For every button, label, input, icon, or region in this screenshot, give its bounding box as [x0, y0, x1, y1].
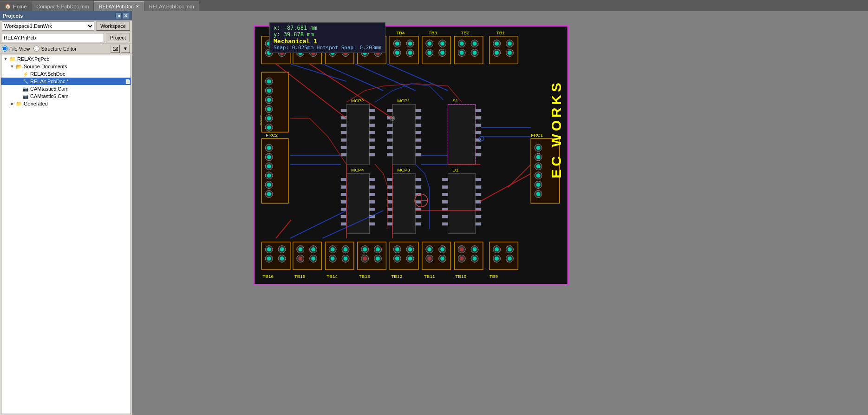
svg-rect-242: [476, 138, 481, 141]
relay-prjpcb-label: RELAY.PrjPcb: [17, 56, 49, 62]
svg-point-145: [460, 248, 463, 251]
svg-rect-262: [392, 174, 416, 234]
svg-rect-36: [358, 36, 386, 64]
svg-rect-247: [341, 178, 346, 181]
tab-relay-pcbdoc[interactable]: RELAY.PcbDoc ✕: [94, 1, 144, 11]
radio-row: File View Structure Editor 🖂 ▼: [0, 44, 132, 54]
svg-point-111: [331, 257, 334, 260]
svg-point-196: [267, 98, 271, 102]
tree-item-camtastic5[interactable]: 📷 CAMtastic5.Cam: [1, 85, 131, 92]
svg-text:TB15: TB15: [294, 274, 306, 279]
svg-rect-214: [370, 124, 375, 126]
tree-item-relay-pcbdoc[interactable]: 🔧 RELAY.PcbDoc * 📄: [1, 78, 131, 85]
tab-relay-pcbdoc2[interactable]: RELAY.PcbDoc.mm: [144, 1, 199, 11]
expander-relay-prjpcb[interactable]: ▼: [2, 56, 9, 62]
svg-point-127: [395, 248, 399, 251]
svg-point-124: [376, 257, 380, 260]
svg-rect-244: [476, 153, 481, 156]
svg-point-154: [495, 248, 499, 251]
expander-generated[interactable]: ▶: [9, 100, 15, 107]
svg-point-13: [267, 51, 271, 55]
tab-compact[interactable]: Compact5.PcbDoc.mm: [32, 1, 94, 11]
expander-source-docs[interactable]: ▼: [9, 63, 15, 70]
svg-point-95: [280, 248, 284, 251]
svg-rect-249: [341, 193, 346, 196]
tree-item-source-docs[interactable]: ▼ 📂 Source Documents: [1, 63, 131, 70]
pcb-board[interactable]: TB8 TB7 TB6 TB5 TB4 TB3 TB2 TB1: [253, 25, 569, 285]
svg-rect-207: [341, 124, 346, 126]
radio-structure-editor[interactable]: Structure Editor: [33, 46, 76, 52]
svg-rect-248: [341, 186, 346, 189]
svg-text:TB1: TB1: [496, 30, 505, 35]
panel-icon-btn-1[interactable]: 🖂: [111, 45, 120, 53]
svg-point-78: [508, 42, 512, 46]
svg-point-38: [363, 42, 367, 46]
svg-rect-72: [489, 36, 518, 64]
svg-point-186: [536, 183, 540, 187]
icon-buttons-row: 🖂 ▼: [111, 45, 130, 53]
svg-text:TB4: TB4: [396, 30, 405, 35]
svg-point-133: [408, 257, 412, 260]
tree-item-relay-prjpcb[interactable]: ▼ 📁 RELAY.PrjPcb: [1, 55, 131, 63]
tree-item-camtastic6[interactable]: 📷 CAMtastic6.Cam: [1, 92, 131, 100]
tab-relay-label: RELAY.PcbDoc: [98, 4, 133, 9]
svg-rect-216: [370, 138, 375, 141]
svg-point-182: [536, 165, 540, 168]
tab-compact-label: Compact5.PcbDoc.mm: [36, 4, 89, 9]
svg-point-31: [331, 51, 334, 55]
svg-text:TB11: TB11: [424, 274, 435, 279]
svg-rect-283: [443, 186, 448, 189]
project-input[interactable]: [2, 33, 104, 42]
svg-point-122: [376, 248, 380, 251]
source-docs-label: Source Documents: [24, 64, 67, 69]
workspace-select[interactable]: Workspace1.DsnWrk: [2, 21, 94, 31]
panel-header-buttons: ◂ ✕: [115, 13, 129, 19]
svg-rect-231: [416, 131, 421, 134]
project-tree[interactable]: ▼ 📁 RELAY.PrjPcb ▼ 📂 Source Documents ⚡ …: [1, 55, 131, 414]
svg-rect-276: [416, 223, 421, 225]
svg-point-170: [267, 174, 271, 178]
tab-home[interactable]: 🏠 Home: [0, 1, 32, 11]
svg-point-109: [331, 248, 334, 251]
svg-rect-271: [416, 186, 421, 189]
svg-text:TB13: TB13: [359, 274, 370, 279]
pcbdoc-icon: 🔧: [22, 78, 29, 85]
canvas-area[interactable]: x: -87.681 mm y: 39.878 mm Mechanical 1 …: [132, 11, 868, 415]
svg-rect-152: [489, 242, 518, 270]
tree-item-generated[interactable]: ▶ 📁 Generated: [1, 100, 131, 107]
svg-point-91: [267, 248, 271, 251]
svg-point-56: [428, 42, 431, 46]
svg-rect-257: [370, 200, 375, 203]
svg-rect-263: [387, 178, 392, 181]
svg-point-138: [428, 257, 431, 260]
tree-item-relay-schdoc[interactable]: ⚡ RELAY.SchDoc: [1, 70, 131, 78]
panel-pin-button[interactable]: ◂: [115, 13, 122, 19]
radio-file-view[interactable]: File View: [2, 46, 30, 52]
svg-rect-226: [387, 146, 392, 149]
svg-point-15: [280, 42, 284, 46]
project-icon: 📁: [9, 56, 16, 62]
workspace-row: Workspace1.DsnWrk Workspace: [0, 20, 132, 32]
workspace-button[interactable]: Workspace: [96, 21, 130, 31]
svg-point-97: [280, 257, 284, 260]
svg-rect-221: [387, 109, 392, 112]
project-button[interactable]: Project: [106, 33, 130, 42]
svg-rect-225: [387, 138, 392, 141]
svg-point-40: [363, 51, 367, 55]
svg-point-168: [267, 165, 271, 168]
svg-point-35: [344, 51, 347, 55]
svg-point-93: [267, 257, 271, 260]
panel-close-button[interactable]: ✕: [123, 13, 129, 19]
svg-text:FRC1: FRC1: [531, 132, 543, 138]
svg-rect-205: [341, 109, 346, 112]
svg-point-102: [299, 257, 302, 260]
source-docs-icon: 📂: [15, 63, 23, 70]
svg-point-60: [441, 42, 444, 46]
svg-rect-289: [476, 178, 481, 181]
cam5-label: CAMtastic5.Cam: [30, 86, 69, 92]
panel-icon-btn-2[interactable]: ▼: [121, 45, 130, 53]
svg-point-76: [495, 51, 499, 55]
svg-point-11: [267, 42, 271, 46]
cam6-icon: 📷: [22, 93, 29, 99]
svg-rect-9: [261, 36, 290, 64]
